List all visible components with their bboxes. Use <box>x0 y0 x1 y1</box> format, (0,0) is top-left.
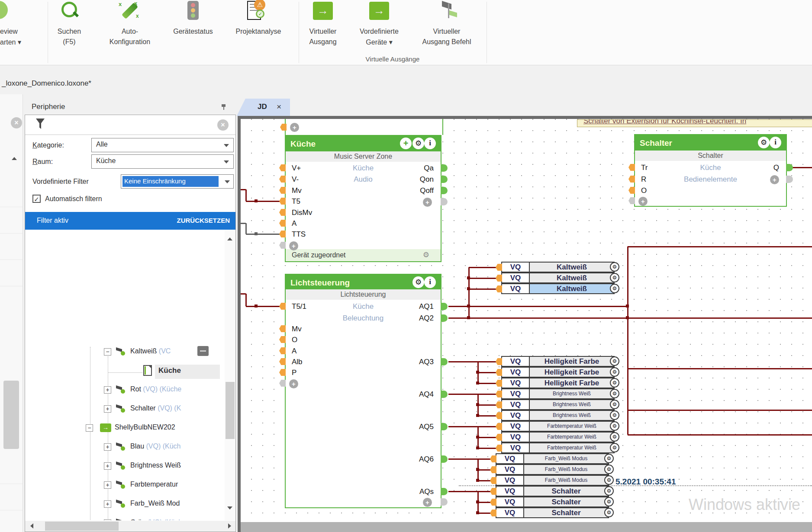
input-connector[interactable] <box>628 164 635 171</box>
input-connector[interactable] <box>496 380 502 387</box>
output-connector[interactable] <box>441 488 448 495</box>
automatisch-filtern-checkbox[interactable]: ✓ <box>32 195 41 203</box>
canvas-hscrollbar[interactable] <box>241 522 812 532</box>
tree-item[interactable]: +Grün (VQ) (Küch <box>25 518 224 520</box>
gear-icon[interactable]: ⚙ <box>604 486 614 496</box>
input-connector[interactable] <box>490 466 496 473</box>
gear-icon[interactable]: ⚙ <box>423 249 429 261</box>
drag-handle[interactable] <box>197 346 209 356</box>
add-output-icon[interactable]: + <box>423 198 432 207</box>
input-connector[interactable] <box>496 423 502 430</box>
expand-icon[interactable]: + <box>104 443 111 451</box>
vq-block[interactable]: VQBrightness Weiß <box>501 388 615 399</box>
block-header[interactable]: Schalter⚙i <box>635 135 786 151</box>
gear-icon[interactable]: ⚙ <box>610 432 619 442</box>
scrollbar-thumb[interactable] <box>3 381 19 449</box>
gear-icon[interactable]: ⚙ <box>604 508 614 517</box>
gear-icon[interactable]: ⚙ <box>610 378 619 388</box>
filter-search-row[interactable]: × <box>25 115 235 135</box>
vq-block[interactable]: VQSchalter <box>496 486 609 497</box>
vq-block[interactable]: VQFarbtemperatur Weiß <box>501 432 615 442</box>
gear-icon[interactable]: ⚙ <box>604 454 614 463</box>
scroll-left-icon[interactable] <box>30 523 33 529</box>
input-connector[interactable] <box>279 220 286 227</box>
tree-item[interactable]: +Schalter (VQ) (K <box>25 404 224 419</box>
programming-canvas[interactable]: + Schalter von Extension für Kochinsel-L… <box>238 116 812 532</box>
block-header[interactable]: Lichtsteuerung⚙i <box>286 275 441 289</box>
move-icon[interactable]: + <box>400 138 412 149</box>
vq-block[interactable]: VQSchalter <box>496 507 609 518</box>
input-connector[interactable] <box>279 347 286 354</box>
scroll-right-icon[interactable] <box>228 523 231 529</box>
suchen-button[interactable]: Suchen (F5) <box>45 0 93 63</box>
input-connector[interactable] <box>490 477 496 484</box>
virtueller-ausgang-befehl-button[interactable]: Virtueller Ausgang Befehl <box>408 0 486 63</box>
function-block-lichtsteuerung[interactable]: Lichtsteuerung⚙iLichtsteuerungKücheBeleu… <box>285 274 441 508</box>
vq-block[interactable]: VQFarb_Weiß Modus <box>496 475 609 486</box>
vq-block[interactable]: VQBrightness Weiß <box>501 399 615 410</box>
input-connector[interactable] <box>279 358 286 365</box>
input-connector[interactable] <box>279 325 286 332</box>
expand-icon[interactable]: + <box>104 386 111 394</box>
input-connector[interactable] <box>490 455 496 462</box>
tab-jd[interactable]: JD × <box>237 99 290 116</box>
output-connector[interactable] <box>441 187 448 194</box>
vordef-select[interactable]: Keine Einschränkung <box>121 174 234 189</box>
tree-item[interactable]: +Blau (VQ) (Küch <box>25 442 224 457</box>
gear-icon[interactable]: ⚙ <box>758 137 770 148</box>
vq-block[interactable]: VQFarb_Weiß Modus <box>496 453 609 464</box>
expand-icon[interactable]: + <box>104 462 111 470</box>
output-connector[interactable] <box>441 314 448 322</box>
gear-icon[interactable]: ⚙ <box>610 410 619 420</box>
expand-icon[interactable]: + <box>104 500 111 508</box>
vq-block[interactable]: VQHelligkeit Farbe <box>501 367 615 378</box>
input-connector[interactable] <box>496 401 502 408</box>
vq-block[interactable]: VQKaltweiß <box>501 283 615 294</box>
vq-block[interactable]: VQKaltweiß <box>501 262 615 272</box>
pin-icon[interactable] <box>221 104 227 110</box>
output-connector[interactable] <box>441 391 448 398</box>
kategorie-select[interactable]: Alle <box>91 138 234 152</box>
geraetestatus-button[interactable]: Gerätestatus <box>165 0 221 63</box>
vq-block[interactable]: VQFarb_Weiß Modus <box>496 464 609 475</box>
vq-block[interactable]: VQKaltweiß <box>501 272 615 283</box>
chevron-up-icon[interactable] <box>12 157 17 160</box>
block-header[interactable]: Küche+⚙i <box>286 136 441 151</box>
output-connector[interactable] <box>441 176 448 183</box>
raum-select[interactable]: Küche <box>91 154 234 169</box>
input-connector[interactable] <box>496 285 502 292</box>
virtueller-ausgang-button[interactable]: → Virtueller Ausgang <box>299 0 347 63</box>
input-connector[interactable] <box>496 391 502 397</box>
input-connector[interactable] <box>628 176 635 183</box>
gear-icon[interactable]: ⚙ <box>412 138 424 149</box>
vq-block[interactable]: VQSchalter <box>496 497 609 507</box>
tree-item[interactable]: +Farb_Weiß Mod <box>25 499 224 514</box>
output-connector[interactable] <box>441 358 448 365</box>
expand-icon[interactable]: + <box>104 405 111 413</box>
gear-icon[interactable]: ⚙ <box>610 273 619 282</box>
input-connector[interactable] <box>496 445 502 452</box>
gear-icon[interactable]: ⚙ <box>604 475 614 485</box>
scroll-down-icon[interactable] <box>227 506 232 510</box>
input-connector[interactable] <box>279 176 286 183</box>
scrollbar-thumb[interactable] <box>45 522 119 531</box>
zuruecksetzen-button[interactable]: ZURÜCKSETZEN <box>177 217 230 224</box>
input-connector[interactable] <box>496 369 502 376</box>
tree-item[interactable]: −→ShellyBulbNEW202 <box>25 423 224 438</box>
add-output-icon[interactable]: + <box>423 498 432 507</box>
gear-icon[interactable]: ⚙ <box>610 284 619 293</box>
add-input-icon[interactable]: + <box>289 241 298 250</box>
gear-icon[interactable]: ⚙ <box>610 421 619 431</box>
vq-block[interactable]: VQFarbtemperatur Weiß <box>501 442 615 453</box>
function-block-schalter[interactable]: Schalter⚙iSchalterKücheBedienelementeTrR… <box>634 134 787 207</box>
input-connector[interactable] <box>496 275 502 282</box>
liveview-button-partial[interactable]: eview arten ▾ <box>0 0 37 63</box>
output-connector[interactable] <box>441 423 448 430</box>
partial-block[interactable]: + <box>285 118 443 135</box>
vq-block[interactable]: VQFarbtemperatur Weiß <box>501 421 615 432</box>
input-connector[interactable] <box>279 303 286 310</box>
tree-item[interactable]: −Kaltweiß (VC <box>25 347 224 362</box>
tree-scrollbar[interactable] <box>225 230 235 520</box>
info-icon[interactable]: i <box>770 137 781 148</box>
output-connector[interactable] <box>441 303 448 310</box>
